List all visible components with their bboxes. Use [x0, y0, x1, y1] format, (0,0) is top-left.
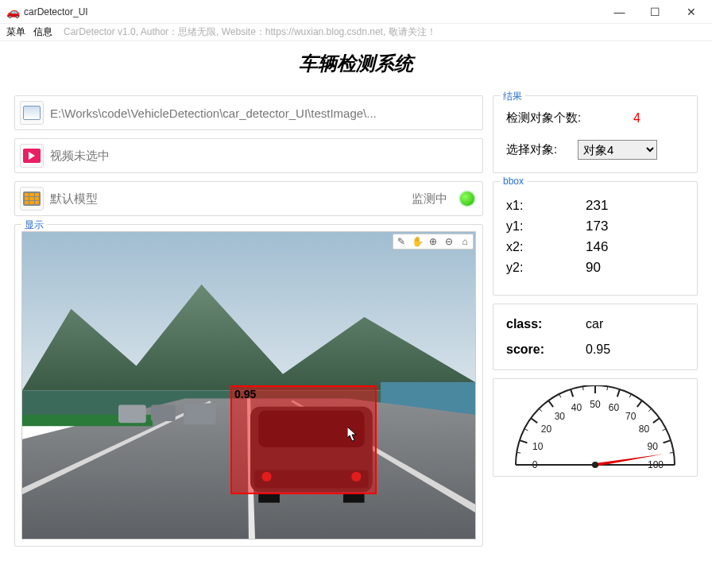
- video-status-text: 视频未选中: [50, 149, 474, 164]
- display-legend: 显示: [21, 219, 47, 232]
- svg-text:20: 20: [541, 424, 552, 435]
- svg-line-26: [571, 389, 573, 397]
- svg-text:70: 70: [625, 411, 637, 422]
- video-path-row: 视频未选中: [14, 138, 483, 173]
- svg-point-47: [592, 462, 598, 468]
- score-label: score:: [506, 342, 586, 357]
- score-gauge: 0102030405060708090100: [500, 385, 691, 473]
- svg-text:10: 10: [532, 441, 544, 452]
- select-label: 选择对象:: [506, 142, 578, 157]
- window-titlebar: 🚗 carDetector_UI — ☐ ✕: [0, 0, 712, 24]
- count-value: 4: [633, 111, 640, 126]
- svg-rect-3: [118, 405, 146, 424]
- svg-line-17: [520, 440, 528, 443]
- score-value: 0.95: [586, 342, 610, 357]
- svg-line-35: [637, 400, 642, 407]
- minimize-button[interactable]: —: [602, 0, 637, 24]
- y1-value: 173: [586, 219, 608, 234]
- edit-tool-icon[interactable]: ✎: [393, 234, 409, 249]
- svg-rect-12: [343, 493, 365, 502]
- svg-line-34: [629, 394, 631, 397]
- y1-label: y1:: [506, 219, 586, 234]
- x1-label: x1:: [506, 199, 586, 213]
- zoom-in-icon[interactable]: ⊕: [425, 234, 441, 249]
- object-select[interactable]: 对象4: [578, 140, 657, 160]
- class-panel: class:car score:0.95: [493, 304, 698, 370]
- svg-text:60: 60: [609, 402, 620, 413]
- zoom-out-icon[interactable]: ⊖: [441, 234, 457, 249]
- page-title: 车辆检测系统: [0, 51, 712, 76]
- detect-status-label: 监测中: [412, 191, 447, 207]
- image-display[interactable]: 0.95 ✎ ✋ ⊕ ⊖ ⌂: [21, 231, 476, 540]
- bbox-legend: bbox: [500, 176, 527, 187]
- open-model-button[interactable]: [20, 187, 44, 211]
- image-path-text: E:\Works\code\VehicleDetection\car_detec…: [50, 106, 474, 120]
- close-button[interactable]: ✕: [673, 0, 709, 24]
- svg-text:100: 100: [648, 459, 664, 470]
- pan-tool-icon[interactable]: ✋: [409, 234, 425, 249]
- x2-value: 146: [586, 239, 608, 255]
- display-panel: 显示: [14, 224, 483, 547]
- image-path-row: E:\Works\code\VehicleDetection\car_detec…: [14, 95, 483, 130]
- menu-bar: 菜单 信息 CarDetector v1.0, Author：思绪无限, Web…: [0, 24, 712, 41]
- open-image-button[interactable]: [20, 101, 44, 125]
- about-text: CarDetector v1.0, Author：思绪无限, Website：h…: [64, 25, 436, 39]
- class-value: car: [586, 317, 603, 331]
- count-label: 检测对象个数:: [506, 110, 586, 126]
- svg-rect-4: [151, 405, 176, 422]
- video-icon: [23, 149, 41, 163]
- svg-line-41: [664, 440, 671, 443]
- status-led-icon: [460, 191, 474, 206]
- svg-rect-11: [258, 493, 280, 502]
- axes-toolbar: ✎ ✋ ⊕ ⊖ ⌂: [393, 234, 474, 250]
- svg-text:50: 50: [590, 399, 601, 410]
- image-icon: [23, 106, 41, 120]
- detection-bbox: 0.95: [230, 385, 377, 494]
- svg-line-32: [617, 389, 620, 397]
- svg-line-38: [653, 418, 660, 423]
- results-panel: 结果 检测对象个数: 4 选择对象: 对象4: [493, 95, 698, 173]
- svg-rect-5: [184, 404, 216, 425]
- app-icon: 🚗: [6, 6, 19, 18]
- maximize-button[interactable]: ☐: [637, 0, 673, 24]
- y2-label: y2:: [506, 261, 586, 275]
- x2-label: x2:: [506, 240, 586, 254]
- menu-info[interactable]: 信息: [33, 25, 52, 39]
- class-label: class:: [506, 317, 586, 331]
- svg-line-22: [539, 408, 542, 412]
- home-icon[interactable]: ⌂: [457, 234, 473, 249]
- window-title: carDetector_UI: [24, 6, 602, 17]
- svg-line-37: [648, 408, 652, 412]
- model-row: 默认模型 监测中: [14, 181, 483, 216]
- y2-value: 90: [586, 260, 601, 276]
- detection-score-label: 0.95: [234, 388, 256, 400]
- model-icon: [23, 191, 41, 206]
- menu-main[interactable]: 菜单: [6, 25, 25, 39]
- svg-text:90: 90: [648, 441, 659, 452]
- results-legend: 结果: [500, 90, 525, 103]
- model-status-text: 默认模型: [50, 191, 405, 207]
- svg-line-20: [531, 418, 537, 423]
- svg-line-25: [559, 394, 561, 397]
- gauge-panel: 0102030405060708090100: [493, 378, 698, 477]
- open-video-button[interactable]: [20, 144, 44, 168]
- svg-text:30: 30: [555, 411, 566, 422]
- svg-line-23: [548, 400, 553, 407]
- svg-line-40: [663, 429, 666, 431]
- x1-value: 231: [586, 198, 608, 214]
- svg-text:40: 40: [571, 402, 582, 413]
- svg-text:0: 0: [532, 459, 538, 470]
- svg-text:80: 80: [639, 424, 650, 435]
- bbox-panel: bbox x1:231 y1:173 x2:146 y2:90: [493, 181, 698, 296]
- svg-line-19: [524, 429, 528, 431]
